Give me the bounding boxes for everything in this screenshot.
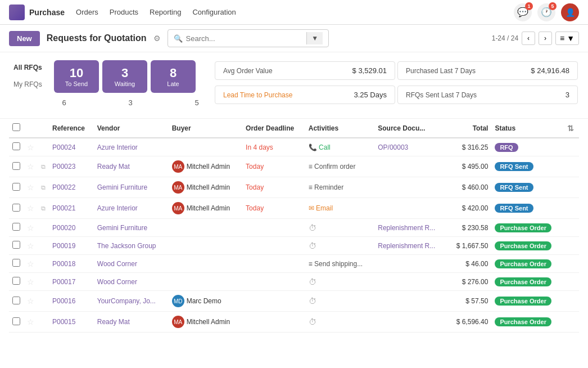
status-badge: RFQ Sent (495, 204, 533, 213)
total-value: $ 1,667.50 (447, 237, 491, 255)
page-title: Requests for Quotation (47, 33, 147, 43)
row-checkbox[interactable] (12, 277, 20, 285)
source-doc-link[interactable]: Replenishment R... (378, 242, 435, 250)
favorite-icon[interactable]: ☆ (27, 297, 34, 306)
ref-link[interactable]: P00017 (52, 278, 75, 286)
vendor-link[interactable]: Gemini Furniture (97, 183, 147, 191)
activity-label[interactable]: ≡ Confirm order (309, 163, 356, 170)
to-send-card[interactable]: 10 To Send (54, 60, 99, 93)
table-row: ☆P00018Wood Corner≡ Send shipping...$ 46… (9, 255, 579, 273)
vendor-link[interactable]: YourCompany, Jo... (97, 297, 156, 305)
ref-link[interactable]: P00020 (52, 224, 75, 232)
favorite-icon[interactable]: ☆ (27, 223, 34, 232)
activity-label[interactable]: ✉ Email (309, 204, 333, 212)
activity-label[interactable]: 📞 Call (309, 143, 331, 151)
header-buyer: Buyer (169, 119, 242, 138)
copy-icon[interactable]: ⧉ (41, 163, 46, 170)
status-badge: Purchase Order (495, 277, 551, 286)
status-badge: Purchase Order (495, 297, 551, 306)
user-avatar[interactable]: 👤 (561, 3, 579, 21)
view-options-button[interactable]: ≡ ▼ (555, 32, 579, 45)
ref-link[interactable]: P00018 (52, 260, 75, 268)
source-doc-link[interactable]: OP/00003 (378, 143, 408, 151)
ref-link[interactable]: P00019 (52, 242, 75, 250)
header-vendor: Vendor (94, 119, 169, 138)
app-logo[interactable] (9, 5, 25, 20)
copy-icon[interactable]: ⧉ (41, 184, 46, 191)
buyer-avatar: MA (172, 181, 184, 194)
settings-icon[interactable]: ⚙ (153, 34, 161, 43)
new-button[interactable]: New (9, 31, 40, 46)
row-checkbox[interactable] (12, 317, 20, 325)
favorite-icon[interactable]: ☆ (27, 259, 34, 268)
activity-label[interactable]: ≡ Reminder (309, 183, 343, 191)
vendor-link[interactable]: Ready Mat (97, 318, 130, 326)
total-value: $ 6,596.40 (447, 312, 491, 333)
prev-page-button[interactable]: ‹ (522, 32, 535, 45)
activity-badge: 5 (549, 2, 557, 10)
total-value: $ 316.25 (447, 138, 491, 156)
purchased-7days-label: Purchased Last 7 Days (406, 67, 514, 75)
header-fav (24, 119, 38, 138)
vendor-link[interactable]: Azure Interior (97, 204, 138, 212)
copy-icon[interactable]: ⧉ (41, 205, 46, 212)
row-checkbox[interactable] (12, 162, 20, 170)
nav-products[interactable]: Products (110, 6, 138, 19)
my-late: 5 (191, 98, 202, 107)
row-checkbox[interactable] (12, 142, 20, 150)
to-send-num: 10 (63, 66, 90, 80)
ref-link[interactable]: P00024 (52, 143, 75, 151)
row-checkbox[interactable] (12, 183, 20, 191)
vendor-link[interactable]: Gemini Furniture (97, 224, 147, 232)
ref-link[interactable]: P00021 (52, 204, 75, 212)
vendor-link[interactable]: Wood Corner (97, 278, 137, 286)
col-settings-icon[interactable]: ⇅ (567, 124, 574, 133)
header-status: Status (491, 119, 563, 138)
stats-area: All RFQs My RFQs 10 To Send 3 Waiting 8 … (0, 52, 588, 119)
favorite-icon[interactable]: ☆ (27, 241, 34, 250)
messages-button[interactable]: 💬 1 (514, 3, 532, 21)
vendor-link[interactable]: Ready Mat (97, 163, 130, 170)
table-row: ☆⧉P00021Azure InteriorMAMitchell AdminTo… (9, 198, 579, 219)
row-checkbox[interactable] (12, 297, 20, 304)
buyer-cell: MAMitchell Admin (172, 181, 239, 194)
nav-orders[interactable]: Orders (76, 6, 98, 19)
favorite-icon[interactable]: ☆ (27, 183, 34, 192)
row-checkbox[interactable] (12, 259, 20, 267)
vendor-link[interactable]: The Jackson Group (97, 242, 156, 250)
search-input[interactable] (186, 34, 304, 43)
nav-reporting[interactable]: Reporting (150, 6, 181, 19)
row-checkbox[interactable] (12, 204, 20, 212)
activity-label[interactable]: ≡ Send shipping... (309, 260, 363, 268)
row-checkbox[interactable] (12, 241, 20, 249)
nav-configuration[interactable]: Configuration (192, 6, 236, 19)
buyer-cell: MAMitchell Admin (172, 202, 239, 214)
ref-link[interactable]: P00016 (52, 297, 75, 305)
favorite-icon[interactable]: ☆ (27, 317, 34, 326)
ref-link[interactable]: P00015 (52, 318, 75, 326)
vendor-link[interactable]: Wood Corner (97, 260, 137, 268)
search-dropdown-button[interactable]: ▼ (306, 32, 323, 44)
ref-link[interactable]: P00022 (52, 183, 75, 191)
source-doc-link[interactable]: Replenishment R... (378, 224, 435, 232)
waiting-card[interactable]: 3 Waiting (102, 60, 147, 93)
vendor-link[interactable]: Azure Interior (97, 143, 138, 151)
row-checkbox[interactable] (12, 223, 20, 231)
favorite-icon[interactable]: ☆ (27, 162, 34, 171)
activity-button[interactable]: 🕐 5 (537, 3, 555, 21)
pagination: 1-24 / 24 ‹ › ≡ ▼ (492, 32, 579, 45)
all-rfqs-label[interactable]: All RFQs (9, 60, 54, 75)
ref-link[interactable]: P00023 (52, 163, 75, 170)
avg-order-value-kpi: Avg Order Value $ 3,529.01 (215, 61, 395, 80)
favorite-icon[interactable]: ☆ (27, 143, 34, 152)
status-badge: Purchase Order (495, 223, 551, 232)
favorite-icon[interactable]: ☆ (27, 277, 34, 286)
late-card[interactable]: 8 Late (151, 60, 196, 93)
activity-clock-icon: ⏱ (309, 277, 316, 286)
header-source: Source Docu... (374, 119, 447, 138)
favorite-icon[interactable]: ☆ (27, 204, 34, 213)
select-all-checkbox[interactable] (12, 123, 20, 131)
next-page-button[interactable]: › (539, 32, 552, 45)
my-rfqs-label[interactable]: My RFQs (9, 77, 54, 92)
buyer-name: Mitchell Admin (187, 163, 230, 170)
